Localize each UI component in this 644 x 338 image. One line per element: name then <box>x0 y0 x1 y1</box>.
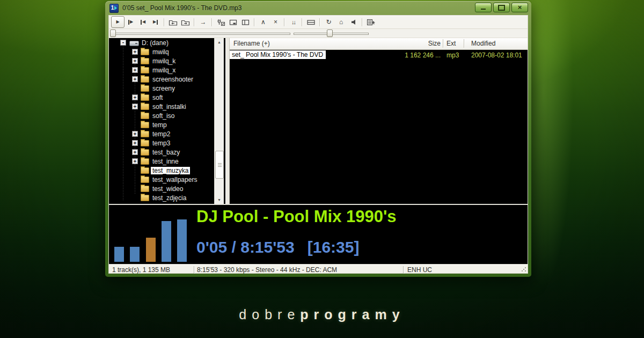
pause-bar-icon <box>128 20 129 25</box>
tree-item[interactable]: + mwilq_k <box>109 56 214 65</box>
pause-play-icon: ▶ <box>130 20 133 24</box>
file-size-cell: 1 162 246 ... <box>398 52 441 59</box>
drive-icon <box>129 41 139 46</box>
playlist-select-button[interactable] <box>365 17 377 27</box>
tree-item[interactable]: + temp3 <box>109 138 214 148</box>
status-divider <box>194 266 195 274</box>
column-header-filename[interactable]: Filename (+) <box>233 40 270 47</box>
folder-forward-button[interactable] <box>179 17 192 27</box>
list-cursor-icon <box>367 18 376 26</box>
tree-scrollbar[interactable]: ▲ ▼ <box>214 38 224 204</box>
arrow-right-icon: → <box>200 19 207 25</box>
tree-item[interactable]: + mwilq_x <box>109 65 214 75</box>
expand-box[interactable]: + <box>132 158 138 164</box>
previous-track-button[interactable]: ◀ <box>137 17 149 27</box>
column-separator[interactable] <box>464 39 465 48</box>
status-flags: ENH UC <box>407 266 432 274</box>
file-list-header: Filename (+) Size Ext Modified <box>230 38 528 50</box>
next-bar-icon <box>157 20 158 25</box>
home-directory-button[interactable]: ⌂ <box>335 17 347 27</box>
tree-item[interactable]: + test_bazy <box>109 148 214 157</box>
column-separator[interactable] <box>443 39 444 48</box>
tree-item[interactable]: test_zdjęcia <box>109 193 214 202</box>
tree-item[interactable]: screeny <box>109 84 214 93</box>
tree-item[interactable]: + soft <box>109 93 214 102</box>
panel-splitter[interactable] <box>225 38 230 204</box>
expand-box[interactable]: + <box>132 131 138 137</box>
viz-bar <box>177 219 187 262</box>
tree-item[interactable]: temp <box>109 120 214 129</box>
directory-up-button[interactable]: ∧ <box>257 17 269 27</box>
sort-button[interactable]: ↓↓ <box>287 17 299 27</box>
horizontal-split-icon <box>306 18 316 26</box>
tree-item[interactable]: soft_iso <box>109 111 214 120</box>
title-bar[interactable]: 1 0'05 set_ Pool Mix 1990's - The DVD.mp… <box>105 1 531 15</box>
tree-item[interactable]: test_wideo <box>109 184 214 193</box>
folder-icon <box>141 177 149 183</box>
position-slider-thumb[interactable] <box>110 30 116 37</box>
tree-item[interactable]: + soft_instalki <box>109 102 214 111</box>
collapse-box[interactable]: - <box>120 40 126 46</box>
folder-icon <box>141 186 149 192</box>
minimize-button[interactable] <box>475 3 492 12</box>
tree-item-label: temp2 <box>152 130 170 138</box>
expand-box[interactable]: + <box>132 94 138 100</box>
column-header-ext[interactable]: Ext <box>447 40 456 47</box>
tree-item-selected[interactable]: test_muzyka <box>109 166 214 175</box>
track-title: DJ Pool - Pool Mix 1990's <box>196 207 397 226</box>
prev-bar-icon <box>141 20 142 25</box>
scroll-up-arrow-icon[interactable]: ▲ <box>215 38 224 46</box>
remove-button[interactable]: × <box>269 17 282 27</box>
window-mode-button[interactable] <box>227 17 239 27</box>
toolbar: ▶ ▶ ◀ ▶ → <box>109 16 528 29</box>
tree-item[interactable]: + temp2 <box>109 129 214 138</box>
add-to-list-button[interactable]: → <box>197 17 209 27</box>
logo-text-bold: programy <box>300 307 405 322</box>
audio-device-button[interactable] <box>215 17 227 27</box>
file-name-cell[interactable]: set_ Pool Mix 1990's - The DVD <box>230 50 326 59</box>
column-header-size[interactable]: Size <box>398 40 441 47</box>
position-slider[interactable] <box>111 33 290 35</box>
expand-box[interactable]: + <box>132 58 138 64</box>
tree-item-label: temp <box>152 121 167 129</box>
scrollbar-thumb[interactable] <box>215 151 224 179</box>
maximize-button[interactable] <box>493 3 510 12</box>
folder-icon <box>141 49 149 55</box>
viz-bar <box>146 238 156 262</box>
prev-icon: ◀ <box>142 20 145 24</box>
status-bar: 1 track(s), 1 135 MB 8:15'53 - 320 kbps … <box>109 264 528 273</box>
tree-item-label: test_wallpapers <box>152 176 197 183</box>
tree-item[interactable]: + mwilq <box>109 47 214 56</box>
play-button[interactable]: ▶ <box>111 16 125 28</box>
resize-grip[interactable] <box>521 267 526 272</box>
repeat-button[interactable]: ↻ <box>323 17 335 27</box>
file-row-selected[interactable]: set_ Pool Mix 1990's - The DVD 1 162 246… <box>230 50 528 60</box>
expand-box[interactable]: + <box>132 49 138 55</box>
split-view-button[interactable] <box>239 17 252 27</box>
horizontal-split-button[interactable] <box>305 17 317 27</box>
column-header-modified[interactable]: Modified <box>471 40 495 47</box>
pause-button[interactable]: ▶ <box>125 17 137 27</box>
tree-item-label: D: (dane) <box>142 39 169 47</box>
tree-item[interactable]: + screenshooter <box>109 75 214 84</box>
folder-back-button[interactable] <box>167 17 179 27</box>
expand-box[interactable]: + <box>132 67 138 73</box>
volume-button[interactable] <box>347 17 360 27</box>
expand-box[interactable]: + <box>132 140 138 146</box>
close-button[interactable]: × <box>511 3 528 12</box>
tree-item-drive-d[interactable]: - D: (dane) <box>109 38 214 47</box>
tree-item[interactable]: + test_inne <box>109 157 214 166</box>
next-track-button[interactable]: ▶ <box>149 17 162 27</box>
remaining-time: [16:35] <box>308 238 360 256</box>
tree-item[interactable]: test_wallpapers <box>109 175 214 184</box>
scroll-down-arrow-icon[interactable]: ▼ <box>215 196 224 204</box>
position-time: 0'05 / 8:15'53 <box>196 238 295 256</box>
volume-slider-thumb[interactable] <box>327 30 333 37</box>
folder-icon <box>141 195 149 201</box>
window-client-area: ▶ ▶ ◀ ▶ → <box>108 15 528 274</box>
expand-box[interactable]: + <box>132 76 138 82</box>
expand-box[interactable]: + <box>132 104 138 109</box>
slider-row <box>109 29 528 38</box>
expand-box[interactable]: + <box>132 149 138 155</box>
window-title: 0'05 set_ Pool Mix 1990's - The DVD.mp3 <box>122 4 241 12</box>
